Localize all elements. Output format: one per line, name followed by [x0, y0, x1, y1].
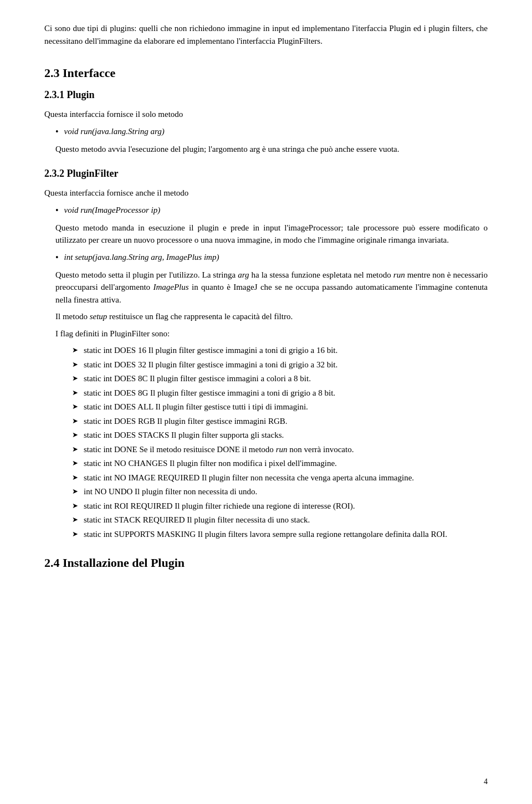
section-2-4-title: 2.4 Installazione del Plugin	[44, 554, 488, 572]
flag-text: static int NO IMAGE REQUIRED Il plugin f…	[84, 472, 414, 484]
flag-item: static int STACK REQUIRED Il plugin filt…	[72, 514, 488, 526]
flag-item: int NO UNDO Il plugin filter non necessi…	[72, 485, 488, 498]
pluginfilter-method-1-desc: Questo metodo manda in esecuzione il plu…	[55, 222, 488, 247]
plugin-method-list: void run(java.lang.String arg)	[55, 125, 488, 139]
section-2-4: 2.4 Installazione del Plugin	[44, 554, 488, 572]
intro-paragraph: Ci sono due tipi di plugins: quelli che …	[44, 22, 488, 47]
flag-text: static int DOES 16 Il plugin filter gest…	[84, 344, 337, 357]
plugin-intro: Questa interfaccia fornisce il solo meto…	[44, 108, 488, 121]
flag-text: static int STACK REQUIRED Il plugin filt…	[84, 514, 310, 526]
pluginfilter-method2-list: int setup(java.lang.String arg, ImagePlu…	[55, 251, 488, 264]
flag-text: static int ROI REQUIRED Il plugin filter…	[84, 500, 355, 513]
flag-text: int NO UNDO Il plugin filter non necessi…	[84, 485, 257, 498]
flag-text: static int DOES STACKS Il plugin filter …	[84, 429, 284, 442]
subsection-2-3-1-title: 2.3.1 Plugin	[44, 88, 488, 103]
flag-text: static int DONE Se il metodo resituisce …	[84, 443, 354, 456]
pluginfilter-method-list: void run(ImageProcessor ip)	[55, 204, 488, 217]
page-number: 4	[484, 776, 488, 787]
flag-item: static int DOES STACKS Il plugin filter …	[72, 429, 488, 442]
pluginfilter-method-2-text: int setup(java.lang.String arg, ImagePlu…	[64, 251, 219, 264]
flag-item: static int NO IMAGE REQUIRED Il plugin f…	[72, 472, 488, 484]
plugin-method-1-desc: Questo metodo avvia l'esecuzione del plu…	[55, 143, 488, 156]
subsection-2-3-1: 2.3.1 Plugin Questa interfaccia fornisce…	[44, 88, 488, 155]
flag-item: static int NO CHANGES Il plugin filter n…	[72, 457, 488, 470]
flag-item: static int DOES RGB Il plugin filter ges…	[72, 415, 488, 428]
flags-list: static int DOES 16 Il plugin filter gest…	[72, 344, 488, 540]
section-2-3-title: 2.3 Interfacce	[44, 64, 488, 82]
flag-text: static int DOES 8C Il plugin filter gest…	[84, 372, 311, 385]
setup-note: Il metodo setup restituisce un flag che …	[55, 310, 488, 323]
flag-text: static int DOES ALL Il plugin filter ges…	[84, 401, 308, 413]
flag-item: static int DOES 16 Il plugin filter gest…	[72, 344, 488, 357]
flag-text: static int NO CHANGES Il plugin filter n…	[84, 457, 337, 470]
flag-item: static int DOES ALL Il plugin filter ges…	[72, 401, 488, 413]
section-2-3: 2.3 Interfacce 2.3.1 Plugin Questa inter…	[44, 64, 488, 540]
flag-item: static int DOES 8C Il plugin filter gest…	[72, 372, 488, 385]
plugin-method-1: void run(java.lang.String arg)	[55, 125, 488, 139]
subsection-2-3-2-title: 2.3.2 PluginFilter	[44, 166, 488, 181]
flag-text: static int SUPPORTS MASKING Il plugin fi…	[84, 528, 447, 541]
plugin-method-1-text: void run(java.lang.String arg)	[64, 125, 165, 138]
pluginfilter-intro: Questa interfaccia fornisce anche il met…	[44, 187, 488, 199]
pluginfilter-method-2-desc: Questo metodo setta il plugin per l'util…	[55, 269, 488, 306]
flag-item: static int DONE Se il metodo resituisce …	[72, 443, 488, 456]
flag-item: static int DOES 8G Il plugin filter gest…	[72, 387, 488, 400]
intro-text: Ci sono due tipi di plugins: quelli che …	[44, 22, 488, 47]
flag-text: static int DOES RGB Il plugin filter ges…	[84, 415, 287, 428]
subsection-2-3-2: 2.3.2 PluginFilter Questa interfaccia fo…	[44, 166, 488, 540]
flag-text: static int DOES 32 Il plugin filter gest…	[84, 359, 337, 371]
pluginfilter-method-1: void run(ImageProcessor ip)	[55, 204, 488, 217]
pluginfilter-method-2: int setup(java.lang.String arg, ImagePlu…	[55, 251, 488, 264]
flags-intro: I flag definiti in PluginFilter sono:	[55, 327, 488, 340]
flag-item: static int SUPPORTS MASKING Il plugin fi…	[72, 528, 488, 541]
flag-item: static int DOES 32 Il plugin filter gest…	[72, 359, 488, 371]
flag-text: static int DOES 8G Il plugin filter gest…	[84, 387, 335, 400]
pluginfilter-method-1-text: void run(ImageProcessor ip)	[64, 204, 161, 217]
flag-item: static int ROI REQUIRED Il plugin filter…	[72, 500, 488, 513]
